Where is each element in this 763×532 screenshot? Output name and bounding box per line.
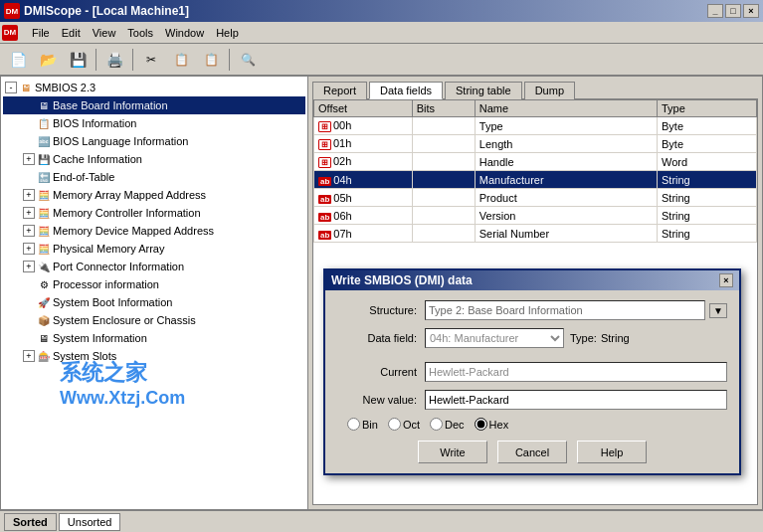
tree-item[interactable]: +🧮Memory Array Mapped Address	[3, 186, 305, 204]
table-row[interactable]: ab05h Product String	[314, 189, 757, 207]
newvalue-input[interactable]	[425, 390, 727, 410]
toolbar: 📄 📂 💾 🖨️ ✂ 📋 📋 🔍	[0, 44, 763, 76]
cell-name: Handle	[475, 153, 657, 171]
tab-dump[interactable]: Dump	[524, 82, 575, 99]
tree-item[interactable]: +🎰System Slots	[3, 347, 305, 365]
radio-hex-label: Hex	[489, 419, 509, 431]
modal-close-button[interactable]: ×	[719, 273, 733, 287]
tree-item-icon: 🧮	[37, 188, 51, 202]
root-expand[interactable]: -	[5, 82, 17, 93]
cell-offset: ⊞01h	[314, 135, 413, 153]
tree-item[interactable]: +🧮Memory Controller Information	[3, 204, 305, 222]
tree-item-label: System Enclosure or Chassis	[53, 314, 196, 326]
tab-report[interactable]: Report	[312, 82, 367, 99]
toolbar-sep-3	[229, 49, 230, 71]
cell-name: Manufacturer	[475, 171, 657, 189]
tree-item-icon: 📦	[37, 313, 51, 327]
tree-expand-btn[interactable]: +	[23, 261, 35, 272]
radio-bin-input[interactable]	[347, 418, 360, 431]
radio-group: Bin Oct Dec Hex	[337, 418, 727, 431]
tree-expand-btn[interactable]: +	[23, 243, 35, 255]
tree-item[interactable]: +🔌Port Connector Information	[3, 258, 305, 275]
cell-name: Product	[475, 189, 657, 207]
tree-item-icon: 🧮	[37, 224, 51, 238]
tab-string-table[interactable]: String table	[445, 82, 522, 99]
tree-item[interactable]: 📦System Enclosure or Chassis	[3, 311, 305, 329]
radio-hex-input[interactable]	[475, 418, 487, 431]
menu-window[interactable]: Window	[159, 25, 210, 41]
tree-expand-btn[interactable]: +	[23, 189, 35, 201]
tree-item[interactable]: +🧮Physical Memory Array	[3, 240, 305, 258]
table-row[interactable]: ⊞02h Handle Word	[314, 153, 757, 171]
tree-expand-btn[interactable]: +	[23, 153, 35, 165]
minimize-button[interactable]: _	[707, 4, 723, 18]
tree-root[interactable]: - 🖥 SMBIOS 2.3	[3, 79, 305, 96]
radio-oct-input[interactable]	[388, 418, 401, 431]
toolbar-btn-open[interactable]: 📂	[34, 47, 62, 73]
table-row[interactable]: ab04h Manufacturer String	[314, 171, 757, 189]
col-offset: Offset	[314, 100, 413, 117]
toolbar-btn-save[interactable]: 💾	[64, 47, 92, 73]
write-button[interactable]: Write	[418, 441, 487, 463]
radio-dec-input[interactable]	[430, 418, 443, 431]
structure-dropdown-btn[interactable]: ▼	[709, 303, 727, 318]
tree-expand-btn[interactable]: +	[23, 225, 35, 237]
tree-item-label: Memory Device Mapped Address	[53, 225, 214, 237]
menu-help[interactable]: Help	[210, 25, 245, 41]
modal-body: Structure: ▼ Data field: 04h: Manufactur…	[325, 290, 739, 473]
tree-item-icon: 🚀	[37, 295, 51, 309]
tree-item[interactable]: +💾Cache Information	[3, 150, 305, 168]
tree-item-label: BIOS Information	[53, 117, 136, 129]
toolbar-btn-copy[interactable]: 📋	[167, 47, 195, 73]
table-row[interactable]: ⊞00h Type Byte	[314, 117, 757, 135]
cell-name: Length	[475, 135, 657, 153]
table-row[interactable]: ab06h Version String	[314, 207, 757, 225]
app-icon: DM	[4, 3, 20, 19]
cell-type: String	[658, 189, 757, 207]
current-label: Current	[337, 366, 417, 378]
tree-item-label: Processor information	[53, 278, 159, 290]
toolbar-btn-search[interactable]: 🔍	[234, 47, 262, 73]
radio-dec: Dec	[430, 418, 465, 431]
tree-item[interactable]: 🚀System Boot Information	[3, 293, 305, 311]
tree-item[interactable]: 🔤BIOS Language Information	[3, 132, 305, 150]
toolbar-btn-cut[interactable]: ✂	[137, 47, 165, 73]
menu-view[interactable]: View	[87, 25, 122, 41]
cancel-button[interactable]: Cancel	[497, 441, 567, 463]
toolbar-btn-print[interactable]: 🖨️	[100, 47, 128, 73]
toolbar-btn-new[interactable]: 📄	[4, 47, 32, 73]
table-row[interactable]: ab07h Serial Number String	[314, 225, 757, 243]
tree-item-label: Memory Array Mapped Address	[53, 189, 206, 201]
menu-edit[interactable]: Edit	[56, 25, 87, 41]
maximize-button[interactable]: □	[725, 4, 741, 18]
tree-item[interactable]: 🖥System Information	[3, 329, 305, 347]
status-tab-unsorted[interactable]: Unsorted	[59, 513, 121, 531]
tree-expand-btn[interactable]: +	[23, 350, 35, 362]
cell-bits	[412, 225, 475, 243]
datafield-select[interactable]: 04h: Manufacturer	[425, 328, 564, 348]
status-tab-sorted[interactable]: Sorted	[4, 513, 57, 531]
tree-item[interactable]: ⚙Processor information	[3, 275, 305, 293]
menu-tools[interactable]: Tools	[121, 25, 159, 41]
radio-oct: Oct	[388, 418, 420, 431]
tree-expand-btn[interactable]: +	[23, 207, 35, 219]
structure-input	[425, 300, 705, 320]
tree-item[interactable]: 📋BIOS Information	[3, 114, 305, 132]
tree-item[interactable]: +🧮Memory Device Mapped Address	[3, 222, 305, 240]
tree-item-icon: 🧮	[37, 242, 51, 256]
help-button[interactable]: Help	[577, 441, 647, 463]
modal-write-smbios: Write SMBIOS (DMI) data × Structure: ▼ D…	[323, 268, 741, 475]
cell-offset: ⊞02h	[314, 153, 413, 171]
table-row[interactable]: ⊞01h Length Byte	[314, 135, 757, 153]
cell-bits	[412, 117, 475, 135]
title-controls: _ □ ×	[707, 4, 759, 18]
tree-item[interactable]: 🖥Base Board Information	[3, 96, 305, 114]
radio-oct-label: Oct	[403, 419, 420, 431]
close-button[interactable]: ×	[743, 4, 759, 18]
toolbar-sep-1	[95, 49, 96, 71]
toolbar-btn-paste[interactable]: 📋	[197, 47, 225, 73]
tree-item[interactable]: 🔚End-of-Table	[3, 168, 305, 186]
tab-data-fields[interactable]: Data fields	[369, 82, 443, 99]
title-text: DMIScope - [Local Machine1]	[24, 4, 189, 18]
menu-file[interactable]: File	[26, 25, 56, 41]
